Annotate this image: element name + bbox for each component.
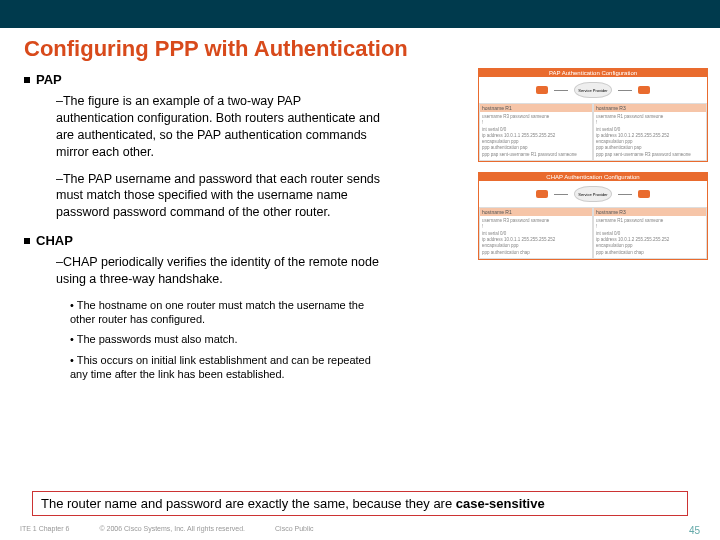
code-r1-head: hostname R1 — [480, 104, 592, 112]
code-r1-body: username R3 password sameone ! int seria… — [480, 112, 592, 160]
code-r3-head: hostname R3 — [594, 104, 706, 112]
code-r3: hostname R3username R1 password sameone … — [593, 103, 707, 161]
router-icon — [536, 190, 548, 198]
router-icon — [638, 190, 650, 198]
link-icon — [554, 90, 568, 91]
figure-chap-code: hostname R1username R3 password sameone … — [479, 207, 707, 259]
link-icon — [618, 194, 632, 195]
chap-label: CHAP — [36, 233, 73, 248]
slide-title: Configuring PPP with Authentication — [0, 28, 720, 68]
figure-pap-title: PAP Authentication Configuration — [479, 69, 707, 77]
bullet-icon — [24, 77, 30, 83]
chap-b3: • This occurs on initial link establishm… — [12, 351, 372, 386]
slide-footer: ITE 1 Chapter 6 © 2006 Cisco Systems, In… — [0, 525, 720, 536]
cloud-icon: Service Provider — [574, 82, 612, 98]
figure-chap-diagram: Service Provider — [479, 181, 707, 207]
callout-strong: case-sensitive — [456, 496, 545, 511]
callout-box: The router name and password are exactly… — [32, 491, 688, 516]
chap-heading: CHAP — [12, 229, 470, 252]
code-r1-body: username R3 password sameone ! int seria… — [480, 216, 592, 258]
top-bar — [0, 0, 720, 28]
code-r1: hostname R1username R3 password sameone … — [479, 207, 593, 259]
code-r1-head: hostname R1 — [480, 208, 592, 216]
router-icon — [536, 86, 548, 94]
router-icon — [638, 86, 650, 94]
page-number: 45 — [689, 525, 700, 536]
code-r3-head: hostname R3 — [594, 208, 706, 216]
link-icon — [618, 90, 632, 91]
cloud-icon: Service Provider — [574, 186, 612, 202]
pap-p2: –The PAP username and password that each… — [12, 169, 382, 230]
chap-p1: –CHAP periodically verifies the identity… — [12, 252, 382, 296]
footer-left: ITE 1 Chapter 6 — [20, 525, 69, 536]
pap-p1: –The figure is an example of a two-way P… — [12, 91, 382, 169]
chap-b2: • The passwords must also match. — [12, 330, 372, 350]
figure-pap-code: hostname R1username R3 password sameone … — [479, 103, 707, 161]
footer-mid: © 2006 Cisco Systems, Inc. All rights re… — [99, 525, 245, 536]
pap-heading: PAP — [12, 68, 470, 91]
link-icon — [554, 194, 568, 195]
bullet-icon — [24, 238, 30, 244]
figure-pap-diagram: Service Provider — [479, 77, 707, 103]
figure-pap: PAP Authentication Configuration Service… — [478, 68, 708, 162]
code-r3: hostname R3username R1 password sameone … — [593, 207, 707, 259]
text-column: PAP –The figure is an example of a two-w… — [12, 68, 470, 385]
cloud-label: Service Provider — [578, 192, 607, 197]
callout-text: The router name and password are exactly… — [41, 496, 456, 511]
chap-b1: • The hostname on one router must match … — [12, 296, 372, 331]
code-r1: hostname R1username R3 password sameone … — [479, 103, 593, 161]
pap-label: PAP — [36, 72, 62, 87]
footer-right: Cisco Public — [275, 525, 314, 536]
figure-chap: CHAP Authentication Configuration Servic… — [478, 172, 708, 260]
content-area: PAP –The figure is an example of a two-w… — [0, 68, 720, 385]
code-r3-body: username R1 password sameone ! int seria… — [594, 112, 706, 160]
code-r3-body: username R1 password sameone ! int seria… — [594, 216, 706, 258]
figure-chap-title: CHAP Authentication Configuration — [479, 173, 707, 181]
cloud-label: Service Provider — [578, 88, 607, 93]
figure-column: PAP Authentication Configuration Service… — [478, 68, 708, 385]
